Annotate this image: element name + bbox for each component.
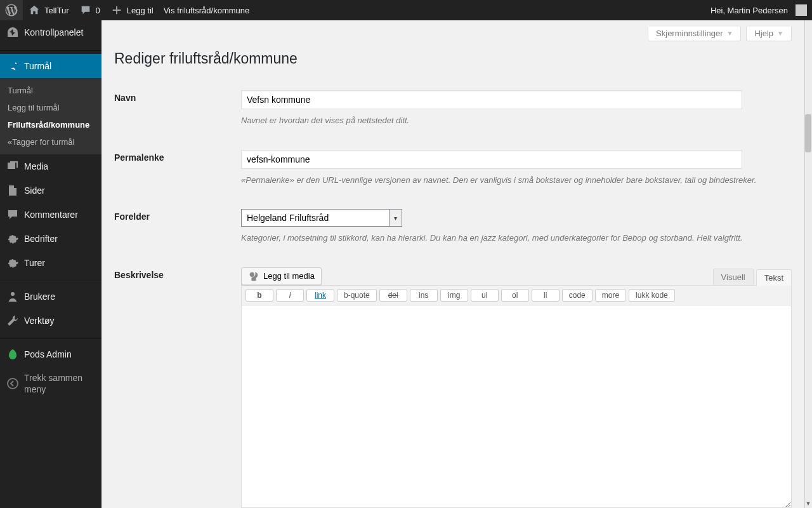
svg-point-2 [8, 378, 18, 389]
qt-close[interactable]: lukk kode [629, 289, 675, 302]
user-icon [6, 290, 19, 303]
description-textarea[interactable] [241, 305, 792, 508]
qt-link[interactable]: link [306, 289, 334, 302]
qt-li[interactable]: li [532, 289, 560, 302]
scrollbar[interactable]: ▲ ▼ [804, 0, 812, 508]
submenu-turmal: Turmål Legg til turmål Friluftsråd/kommu… [0, 78, 102, 154]
menu-comments[interactable]: Kommentarer [0, 203, 102, 227]
svg-point-3 [250, 272, 254, 276]
menu-collapse[interactable]: Trekk sammen meny [0, 366, 102, 401]
wordpress-icon [5, 4, 18, 17]
gear-icon [6, 232, 19, 245]
qt-italic[interactable]: i [276, 289, 304, 302]
menu-pods[interactable]: Pods Admin [0, 342, 102, 366]
chevron-down-icon: ▾ [389, 210, 402, 226]
view-term-link[interactable]: Vis friluftsråd/kommune [159, 0, 255, 20]
qt-img[interactable]: img [440, 289, 468, 302]
screen-options-label: Skjerminnstillinger [656, 29, 723, 38]
admin-sidebar: Kontrollpanelet Turmål Turmål Legg til t… [0, 20, 102, 508]
name-label: Navn [114, 81, 241, 141]
menu-bedrifter[interactable]: Bedrifter [0, 227, 102, 251]
chevron-down-icon: ▼ [727, 30, 733, 37]
editor-tab-text[interactable]: Tekst [756, 269, 792, 286]
svg-point-1 [11, 292, 15, 296]
my-account[interactable]: Hei, Martin Pedersen [705, 0, 812, 20]
menu-label: Trekk sammen meny [24, 372, 95, 395]
quicktags-toolbar: b i link b-quote del ins img ul ol li co… [241, 285, 792, 305]
dashboard-icon [6, 26, 19, 39]
menu-label: Media [24, 161, 48, 171]
add-media-label: Legg til media [263, 271, 315, 281]
greeting: Hei, Martin Pedersen [710, 6, 788, 15]
menu-label: Bedrifter [24, 234, 58, 244]
main-content: Skjerminnstillinger ▼ Hjelp ▼ Rediger fr… [102, 20, 804, 508]
menu-label: Verktøy [24, 316, 54, 326]
help-label: Hjelp [754, 29, 773, 38]
comment-icon [79, 4, 92, 17]
qt-code[interactable]: code [562, 289, 593, 302]
page-icon [6, 184, 19, 197]
qt-del[interactable]: del [379, 289, 407, 302]
site-name-link[interactable]: TellTur [23, 0, 74, 20]
menu-label: Pods Admin [24, 349, 72, 359]
wrench-icon [6, 314, 19, 327]
submenu-friluftsrad[interactable]: Friluftsråd/kommune [0, 116, 102, 133]
name-input[interactable] [241, 90, 742, 109]
new-content-link[interactable]: Legg til [105, 0, 159, 20]
menu-label: Turer [24, 258, 45, 268]
svg-point-0 [10, 164, 13, 167]
menu-turer[interactable]: Turer [0, 251, 102, 275]
media-icon [248, 271, 259, 282]
slug-input[interactable] [241, 150, 742, 169]
admin-bar: TellTur 0 Legg til Vis friluftsråd/kommu… [0, 0, 812, 20]
parent-label: Forelder [114, 200, 241, 258]
qt-ins[interactable]: ins [410, 289, 438, 302]
qt-bquote[interactable]: b-quote [337, 289, 377, 302]
menu-label: Kontrollpanelet [24, 27, 83, 37]
wp-logo[interactable] [0, 0, 23, 20]
menu-label: Sider [24, 185, 45, 196]
submenu-tags[interactable]: «Tagger for turmål [0, 133, 102, 150]
qt-more[interactable]: more [595, 289, 626, 302]
comments-count: 0 [96, 6, 100, 15]
screen-options-button[interactable]: Skjerminnstillinger ▼ [648, 27, 741, 41]
svg-rect-4 [251, 277, 256, 280]
qt-bold[interactable]: b [246, 289, 273, 302]
pods-icon [6, 348, 19, 361]
avatar [796, 4, 807, 16]
plus-icon [110, 4, 123, 17]
page-title: Rediger friluftsråd/kommune [114, 41, 792, 70]
menu-turmal[interactable]: Turmål [0, 54, 102, 78]
parent-select-wrap[interactable]: Helgeland Friluftsråd ▾ [241, 209, 402, 227]
menu-media[interactable]: Media [0, 154, 102, 178]
scroll-down-icon[interactable]: ▼ [804, 499, 812, 508]
name-description: Navnet er hvordan det vises på nettstede… [241, 114, 792, 127]
slug-label: Permalenke [114, 141, 241, 201]
menu-users[interactable]: Brukere [0, 284, 102, 309]
parent-select[interactable]: Helgeland Friluftsråd [242, 210, 389, 226]
menu-tools[interactable]: Verktøy [0, 309, 102, 333]
scroll-thumb[interactable] [805, 114, 811, 152]
help-button[interactable]: Hjelp ▼ [746, 27, 792, 41]
editor-tab-visual[interactable]: Visuell [713, 269, 754, 285]
chevron-down-icon: ▼ [777, 30, 783, 37]
add-media-button[interactable]: Legg til media [241, 267, 322, 285]
qt-ul[interactable]: ul [471, 289, 499, 302]
description-label: Beskrivelse [114, 258, 241, 509]
parent-description: Kategorier, i motsetning til stikkord, k… [241, 232, 792, 244]
menu-dashboard[interactable]: Kontrollpanelet [0, 20, 102, 44]
view-label: Vis friluftsråd/kommune [164, 6, 250, 15]
comments-link[interactable]: 0 [74, 0, 105, 20]
menu-label: Kommentarer [24, 210, 78, 220]
home-icon [28, 4, 41, 17]
comment-icon [6, 208, 19, 221]
menu-label: Brukere [24, 291, 55, 302]
menu-pages[interactable]: Sider [0, 178, 102, 203]
submenu-turmal-add[interactable]: Legg til turmål [0, 99, 102, 116]
submenu-turmal-all[interactable]: Turmål [0, 82, 102, 99]
gear-icon [6, 257, 19, 269]
media-icon [6, 160, 19, 173]
qt-ol[interactable]: ol [501, 289, 529, 302]
site-name: TellTur [44, 6, 69, 15]
collapse-icon [6, 377, 19, 390]
